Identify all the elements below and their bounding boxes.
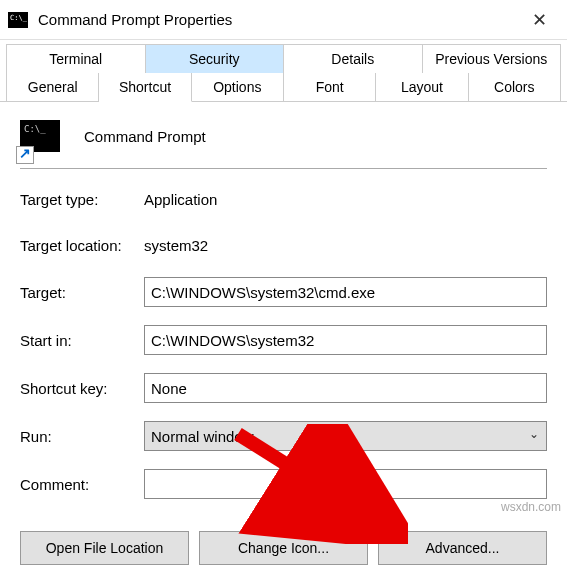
- tab-font[interactable]: Font: [284, 73, 376, 102]
- open-file-location-button[interactable]: Open File Location: [20, 531, 189, 565]
- tab-general[interactable]: General: [6, 73, 99, 102]
- tab-strip: Terminal Security Details Previous Versi…: [0, 40, 567, 101]
- target-location-label: Target location:: [20, 237, 144, 254]
- advanced-button[interactable]: Advanced...: [378, 531, 547, 565]
- titlebar: Command Prompt Properties ✕: [0, 0, 567, 40]
- shortcut-key-label: Shortcut key:: [20, 380, 144, 397]
- tab-previous-versions[interactable]: Previous Versions: [423, 44, 562, 74]
- start-in-label: Start in:: [20, 332, 144, 349]
- comment-label: Comment:: [20, 476, 144, 493]
- tab-options[interactable]: Options: [192, 73, 284, 102]
- app-icon: [20, 120, 60, 152]
- shortcut-overlay-icon: [16, 146, 34, 164]
- cmd-icon: [8, 12, 28, 28]
- change-icon-button[interactable]: Change Icon...: [199, 531, 368, 565]
- target-type-value: Application: [144, 191, 217, 208]
- target-type-label: Target type:: [20, 191, 144, 208]
- run-label: Run:: [20, 428, 144, 445]
- close-icon[interactable]: ✕: [519, 9, 559, 31]
- shortcut-panel: Command Prompt Target type: Application …: [0, 101, 567, 583]
- watermark: wsxdn.com: [501, 500, 561, 514]
- window-title: Command Prompt Properties: [38, 11, 519, 28]
- comment-input[interactable]: [144, 469, 547, 499]
- tab-shortcut[interactable]: Shortcut: [99, 73, 191, 102]
- tab-security[interactable]: Security: [146, 44, 285, 74]
- tab-details[interactable]: Details: [284, 44, 423, 74]
- target-label: Target:: [20, 284, 144, 301]
- target-input[interactable]: [144, 277, 547, 307]
- shortcut-key-input[interactable]: [144, 373, 547, 403]
- start-in-input[interactable]: [144, 325, 547, 355]
- separator: [20, 168, 547, 169]
- tab-colors[interactable]: Colors: [469, 73, 561, 102]
- target-location-value: system32: [144, 237, 208, 254]
- run-select[interactable]: Normal window: [144, 421, 547, 451]
- tab-terminal[interactable]: Terminal: [6, 44, 146, 74]
- tab-layout[interactable]: Layout: [376, 73, 468, 102]
- app-name: Command Prompt: [84, 128, 206, 145]
